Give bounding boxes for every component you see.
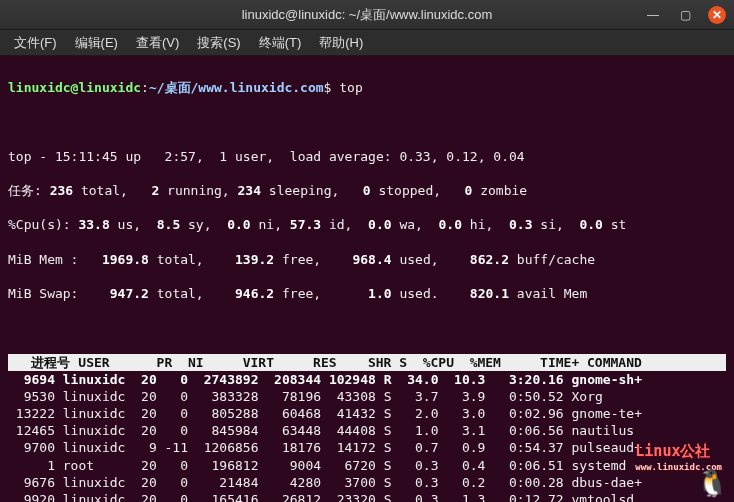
close-icon[interactable]: ✕ [708, 6, 726, 24]
table-row: 9530 linuxidc 20 0 383328 78196 43308 S … [8, 388, 726, 405]
table-row: 9694 linuxidc 20 0 2743892 208344 102948… [8, 371, 726, 388]
column-header: 进程号 USER PR NI VIRT RES SHR S %CPU %MEM … [8, 354, 726, 371]
prompt-userhost: linuxidc@linuxidc [8, 80, 141, 95]
table-row: 13222 linuxidc 20 0 805288 60468 41432 S… [8, 405, 726, 422]
menu-edit[interactable]: 编辑(E) [75, 34, 118, 52]
table-row: 12465 linuxidc 20 0 845984 63448 44408 S… [8, 422, 726, 439]
prompt-path: ~/桌面/www.linuxidc.com [149, 80, 324, 95]
swap-line: MiB Swap: 947.2 total, 946.2 free, 1.0 u… [8, 285, 726, 302]
menu-file[interactable]: 文件(F) [14, 34, 57, 52]
prompt-line: linuxidc@linuxidc:~/桌面/www.linuxidc.com$… [8, 79, 726, 96]
window-titlebar: linuxidc@linuxidc: ~/桌面/www.linuxidc.com… [0, 0, 734, 30]
maximize-icon[interactable]: ▢ [676, 6, 694, 24]
table-row: 9700 linuxidc 9 -11 1206856 18176 14172 … [8, 439, 726, 456]
typed-command: top [339, 80, 362, 95]
process-list: 9694 linuxidc 20 0 2743892 208344 102948… [8, 371, 726, 502]
table-row: 1 root 20 0 196812 9004 6720 S 0.3 0.4 0… [8, 457, 726, 474]
table-row: 9920 linuxidc 20 0 165416 26812 23320 S … [8, 491, 726, 502]
mem-line: MiB Mem : 1969.8 total, 139.2 free, 968.… [8, 251, 726, 268]
tasks-line: 任务: 236 total, 2 running, 234 sleeping, … [8, 182, 726, 199]
menu-terminal[interactable]: 终端(T) [259, 34, 302, 52]
cpu-line: %Cpu(s): 33.8 us, 8.5 sy, 0.0 ni, 57.3 i… [8, 216, 726, 233]
menu-help[interactable]: 帮助(H) [319, 34, 363, 52]
uptime-line: top - 15:11:45 up 2:57, 1 user, load ave… [8, 148, 726, 165]
terminal[interactable]: linuxidc@linuxidc:~/桌面/www.linuxidc.com$… [0, 56, 734, 502]
window-title: linuxidc@linuxidc: ~/桌面/www.linuxidc.com [8, 6, 726, 24]
menu-search[interactable]: 搜索(S) [197, 34, 240, 52]
minimize-icon[interactable]: — [644, 6, 662, 24]
tux-icon: 🐧 [696, 470, 728, 496]
menu-view[interactable]: 查看(V) [136, 34, 179, 52]
menubar: 文件(F) 编辑(E) 查看(V) 搜索(S) 终端(T) 帮助(H) [0, 30, 734, 56]
table-row: 9676 linuxidc 20 0 21484 4280 3700 S 0.3… [8, 474, 726, 491]
